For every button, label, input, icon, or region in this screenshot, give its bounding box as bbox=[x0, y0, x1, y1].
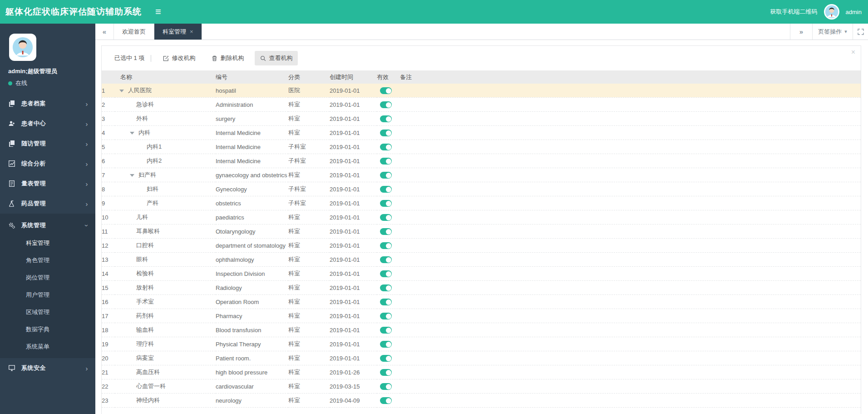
table-row[interactable]: 1人民医院hospatil医院2019-01-01 bbox=[102, 84, 861, 98]
view-org-button[interactable]: 查看机构 bbox=[255, 51, 298, 65]
active-cell bbox=[377, 98, 400, 112]
table-row[interactable]: 13眼科ophthalmology科室2019-01-01 bbox=[102, 253, 861, 267]
active-toggle[interactable] bbox=[380, 130, 392, 136]
table-row[interactable]: 21高血压科high blood pressure科室2019-01-26 bbox=[102, 365, 861, 379]
table-row[interactable]: 14检验科Inspection Division科室2019-01-01 bbox=[102, 267, 861, 281]
dept-name-cell: 外科 bbox=[115, 112, 216, 126]
table-row[interactable]: 18输血科Blood transfusion科室2019-01-01 bbox=[102, 323, 861, 337]
row-number: 16 bbox=[102, 295, 115, 309]
table-row[interactable]: 7妇产科gynaecology and obstetrics科室2019-01-… bbox=[102, 168, 861, 182]
tree-collapse-icon[interactable] bbox=[130, 132, 134, 135]
sidebar-subitem-role-mgmt[interactable]: 角色管理 bbox=[0, 252, 95, 269]
dept-category-cell: 科室 bbox=[288, 126, 330, 140]
tab-close-icon[interactable]: × bbox=[190, 28, 193, 35]
note-cell bbox=[400, 224, 861, 239]
sidebar-subitem-system-menu[interactable]: 系统菜单 bbox=[0, 338, 95, 355]
subitem-label: 区域管理 bbox=[26, 308, 49, 316]
sidebar-item-patient-center[interactable]: 患者中心 › bbox=[0, 114, 95, 134]
documents-icon bbox=[8, 100, 15, 107]
table-row[interactable]: 8妇科Gynecology子科室2019-01-01 bbox=[102, 182, 861, 196]
active-toggle[interactable] bbox=[380, 256, 392, 263]
table-row[interactable]: 9产科obstetrics子科室2019-01-01 bbox=[102, 196, 861, 210]
subitem-label: 角色管理 bbox=[26, 256, 49, 264]
tab-dept-mgmt[interactable]: 科室管理 × bbox=[154, 24, 202, 40]
tree-collapse-icon[interactable] bbox=[119, 90, 124, 92]
active-toggle[interactable] bbox=[380, 186, 392, 193]
table-row[interactable]: 2急诊科Administration科室2019-01-01 bbox=[102, 98, 861, 112]
table-row[interactable]: 20病案室Patient room.科室2019-01-01 bbox=[102, 351, 861, 365]
active-toggle[interactable] bbox=[380, 313, 392, 319]
sidebar-item-system-mgmt[interactable]: 系统管理 › bbox=[0, 216, 95, 234]
sidebar-subitem-data-dict[interactable]: 数据字典 bbox=[0, 321, 95, 338]
active-toggle[interactable] bbox=[380, 355, 392, 362]
qr-code-link[interactable]: 获取手机端二维码 bbox=[770, 8, 818, 16]
active-cell bbox=[377, 126, 400, 140]
active-toggle[interactable] bbox=[380, 115, 392, 122]
active-toggle[interactable] bbox=[380, 200, 392, 207]
dept-code-cell: Physical Therapy bbox=[216, 337, 288, 351]
sidebar-item-analysis[interactable]: 综合分析 › bbox=[0, 154, 95, 174]
active-toggle[interactable] bbox=[380, 383, 392, 390]
table-row[interactable]: 22心血管一科cardiovascular科室2019-03-15 bbox=[102, 379, 861, 394]
table-row[interactable]: 23神经内科neurology科室2019-04-09 bbox=[102, 394, 861, 408]
sidebar-item-label: 量表管理 bbox=[21, 180, 46, 188]
active-toggle[interactable] bbox=[380, 101, 392, 108]
sidebar-item-patient-files[interactable]: 患者档案 › bbox=[0, 94, 95, 114]
sidebar-subitem-region-mgmt[interactable]: 区域管理 bbox=[0, 304, 95, 321]
fullscreen-button[interactable] bbox=[853, 24, 868, 40]
table-row[interactable]: 15放射科Radiology科室2019-01-01 bbox=[102, 281, 861, 295]
active-toggle[interactable] bbox=[380, 242, 392, 249]
table-row[interactable]: 16手术室 Operation Room科室2019-01-01 bbox=[102, 295, 861, 309]
sidebar-item-followup[interactable]: 随访管理 › bbox=[0, 134, 95, 154]
active-toggle[interactable] bbox=[380, 397, 392, 404]
magnifier-icon bbox=[260, 55, 266, 61]
active-toggle[interactable] bbox=[380, 87, 392, 94]
active-toggle[interactable] bbox=[380, 341, 392, 348]
sidebar-item-system-security[interactable]: 系统安全 › bbox=[0, 358, 95, 378]
active-toggle[interactable] bbox=[380, 144, 392, 150]
edit-org-button[interactable]: 修改机构 bbox=[158, 51, 201, 65]
active-toggle[interactable] bbox=[380, 270, 392, 277]
tab-welcome[interactable]: 欢迎首页 bbox=[114, 24, 154, 40]
active-toggle[interactable] bbox=[380, 214, 392, 221]
note-cell bbox=[400, 394, 861, 408]
user-avatar[interactable] bbox=[824, 4, 839, 20]
active-toggle[interactable] bbox=[380, 299, 392, 305]
sidebar-avatar[interactable] bbox=[9, 34, 36, 61]
active-toggle[interactable] bbox=[380, 369, 392, 376]
sidebar-item-drugs[interactable]: 药品管理 › bbox=[0, 194, 95, 214]
table-row[interactable]: 6内科2Internal Medicine子科室2019-01-01 bbox=[102, 154, 861, 168]
delete-org-button[interactable]: 删除机构 bbox=[206, 51, 249, 65]
dept-name-cell: 放射科 bbox=[115, 281, 216, 295]
table-row[interactable]: 17药剂科Pharmacy科室2019-01-01 bbox=[102, 309, 861, 323]
col-code: 编号 bbox=[216, 70, 288, 84]
row-number: 11 bbox=[102, 224, 115, 239]
active-toggle[interactable] bbox=[380, 158, 392, 165]
table-row[interactable]: 10儿科paediatrics科室2019-01-01 bbox=[102, 210, 861, 224]
sidebar-subitem-user-mgmt[interactable]: 用户管理 bbox=[0, 286, 95, 304]
tabs-scroll-right-button[interactable]: » bbox=[790, 24, 812, 40]
table-row[interactable]: 3外科surgery科室2019-01-01 bbox=[102, 112, 861, 126]
tabs-scroll-left-button[interactable]: « bbox=[95, 24, 114, 40]
header-username[interactable]: admin bbox=[846, 9, 862, 15]
dept-name-cell: 输血科 bbox=[115, 323, 216, 337]
sidebar-item-scales[interactable]: 量表管理 › bbox=[0, 174, 95, 194]
table-row[interactable]: 11耳鼻喉科Otolaryngology科室2019-01-01 bbox=[102, 224, 861, 239]
tab-operations-dropdown[interactable]: 页签操作 ▾ bbox=[812, 24, 853, 40]
table-row[interactable]: 19理疗科Physical Therapy科室2019-01-01 bbox=[102, 337, 861, 351]
dept-name-cell: 内科1 bbox=[115, 140, 216, 154]
active-cell bbox=[377, 168, 400, 182]
note-cell bbox=[400, 323, 861, 337]
hamburger-menu-icon[interactable]: ≡ bbox=[155, 7, 161, 17]
active-toggle[interactable] bbox=[380, 172, 392, 179]
table-row[interactable]: 5内科1Internal Medicine子科室2019-01-01 bbox=[102, 140, 861, 154]
sidebar-subitem-dept-mgmt[interactable]: 科室管理 bbox=[0, 234, 95, 252]
sidebar-subitem-post-mgmt[interactable]: 岗位管理 bbox=[0, 269, 95, 286]
active-toggle[interactable] bbox=[380, 228, 392, 235]
table-row[interactable]: 4内科Internal Medicine科室2019-01-01 bbox=[102, 126, 861, 140]
active-toggle[interactable] bbox=[380, 327, 392, 334]
panel-close-icon[interactable]: × bbox=[851, 49, 855, 56]
active-toggle[interactable] bbox=[380, 284, 392, 291]
table-row[interactable]: 12口腔科department of stomatology科室2019-01-… bbox=[102, 239, 861, 253]
tree-collapse-icon[interactable] bbox=[130, 174, 134, 177]
